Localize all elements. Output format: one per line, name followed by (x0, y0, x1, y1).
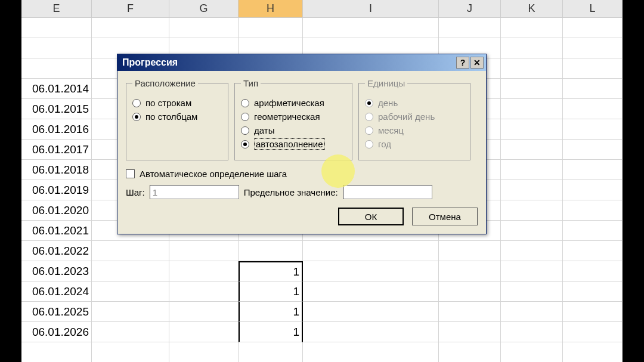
cell[interactable]: 06.01.2017 (21, 140, 92, 160)
radio-layout-1[interactable]: по столбцам (132, 112, 222, 122)
cell[interactable] (439, 281, 501, 302)
cell[interactable] (303, 322, 439, 342)
cell[interactable] (303, 18, 439, 38)
cell[interactable] (303, 342, 439, 362)
cancel-button[interactable]: Отмена (412, 208, 478, 225)
cell[interactable] (501, 261, 563, 281)
cell[interactable]: 06.01.2016 (21, 119, 92, 140)
cell[interactable] (169, 241, 239, 261)
cell[interactable]: 06.01.2015 (21, 99, 92, 119)
cell[interactable] (303, 241, 439, 261)
cell[interactable] (169, 261, 239, 281)
radio-type-3[interactable]: автозаполнение (241, 139, 346, 149)
cell[interactable] (563, 58, 623, 79)
cell[interactable] (501, 18, 563, 38)
cell[interactable] (439, 261, 501, 281)
cell[interactable] (501, 342, 563, 362)
cell[interactable] (169, 322, 239, 342)
radio-layout-0[interactable]: по строкам (132, 98, 222, 108)
cell[interactable] (439, 342, 501, 362)
cell[interactable] (21, 38, 92, 58)
cell[interactable] (21, 58, 92, 79)
cell[interactable]: 06.01.2021 (21, 221, 92, 241)
cell[interactable] (92, 281, 169, 302)
cell[interactable] (169, 281, 239, 302)
limit-input[interactable] (343, 185, 432, 199)
cell[interactable] (501, 160, 563, 180)
cell[interactable] (92, 342, 169, 362)
cell[interactable] (563, 322, 623, 342)
cell[interactable] (92, 241, 169, 261)
cell[interactable] (501, 119, 563, 140)
cell[interactable] (501, 180, 563, 200)
cell[interactable]: 1 (239, 322, 303, 342)
cell[interactable] (239, 342, 303, 362)
radio-type-0[interactable]: арифметическая (241, 98, 346, 108)
cell[interactable] (92, 18, 169, 38)
col-header-K[interactable]: K (501, 0, 563, 17)
step-input[interactable] (150, 185, 239, 199)
cell[interactable]: 06.01.2014 (21, 79, 92, 99)
cell[interactable] (439, 302, 501, 322)
cell[interactable]: 06.01.2020 (21, 200, 92, 221)
cell[interactable] (21, 342, 92, 362)
cell[interactable]: 06.01.2025 (21, 302, 92, 322)
radio-type-1[interactable]: геометрическая (241, 112, 346, 122)
cell[interactable] (92, 261, 169, 281)
close-button[interactable]: ✕ (470, 57, 484, 69)
cell[interactable] (563, 38, 623, 58)
cell[interactable] (169, 302, 239, 322)
cell[interactable] (303, 261, 439, 281)
cell[interactable] (501, 200, 563, 221)
cell[interactable] (563, 79, 623, 99)
cell[interactable] (21, 18, 92, 38)
col-header-H[interactable]: H (239, 0, 303, 17)
cell[interactable] (501, 241, 563, 261)
cell[interactable] (563, 99, 623, 119)
cell[interactable] (563, 281, 623, 302)
cell[interactable] (501, 281, 563, 302)
cell[interactable]: 06.01.2018 (21, 160, 92, 180)
cell[interactable] (92, 302, 169, 322)
cell[interactable] (439, 322, 501, 342)
dialog-titlebar[interactable]: Прогрессия ? ✕ (117, 54, 486, 71)
cell[interactable]: 06.01.2019 (21, 180, 92, 200)
cell[interactable] (563, 261, 623, 281)
cell[interactable] (501, 99, 563, 119)
col-header-I[interactable]: I (303, 0, 439, 17)
cell[interactable]: 1 (239, 281, 303, 302)
cell[interactable] (92, 322, 169, 342)
cell[interactable]: 06.01.2022 (21, 241, 92, 261)
cell[interactable] (303, 302, 439, 322)
cell[interactable] (239, 241, 303, 261)
cell[interactable] (439, 241, 501, 261)
radio-type-2[interactable]: даты (241, 125, 346, 135)
cell[interactable] (501, 322, 563, 342)
cell[interactable] (563, 200, 623, 221)
cell[interactable]: 1 (239, 302, 303, 322)
col-header-E[interactable]: E (21, 0, 92, 17)
cell[interactable] (501, 38, 563, 58)
cell[interactable] (169, 342, 239, 362)
cell[interactable]: 06.01.2024 (21, 281, 92, 302)
cell[interactable] (501, 79, 563, 99)
cell[interactable] (563, 18, 623, 38)
cell[interactable]: 1 (239, 261, 303, 281)
cell[interactable]: 06.01.2023 (21, 261, 92, 281)
cell[interactable] (501, 58, 563, 79)
cell[interactable] (563, 160, 623, 180)
cell[interactable] (563, 180, 623, 200)
cell[interactable] (169, 18, 239, 38)
cell[interactable] (563, 140, 623, 160)
col-header-J[interactable]: J (439, 0, 501, 17)
cell[interactable] (239, 18, 303, 38)
auto-step-checkbox[interactable]: Автоматическое определение шага (126, 169, 478, 179)
cell[interactable]: 06.01.2026 (21, 322, 92, 342)
cell[interactable] (563, 241, 623, 261)
col-header-L[interactable]: L (563, 0, 623, 17)
ok-button[interactable]: ОК (338, 208, 404, 225)
cell[interactable] (563, 119, 623, 140)
cell[interactable] (563, 302, 623, 322)
cell[interactable] (501, 302, 563, 322)
cell[interactable] (563, 221, 623, 241)
